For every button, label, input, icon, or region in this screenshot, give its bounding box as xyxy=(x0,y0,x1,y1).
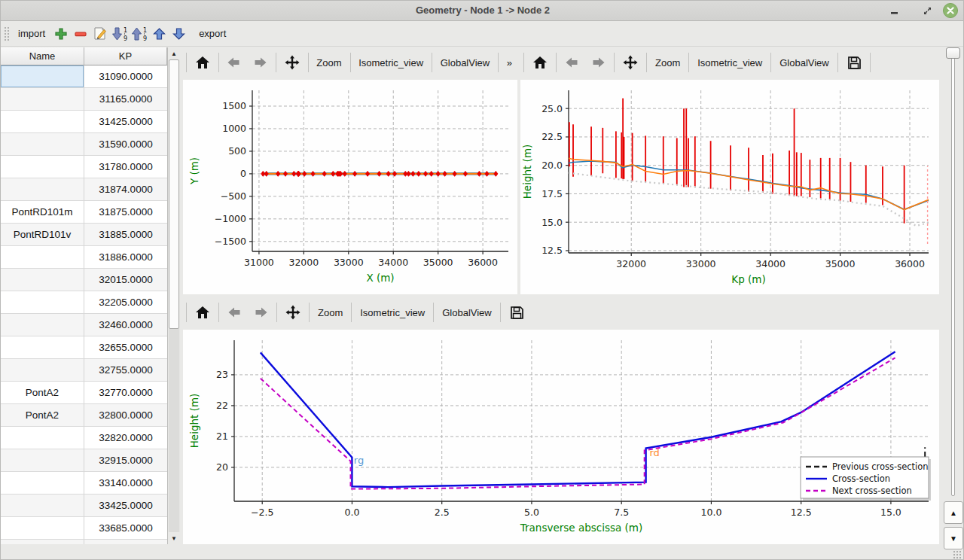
isometric-view-button[interactable]: Isometric_view xyxy=(352,51,430,74)
kp-cell[interactable]: 31875.0000 xyxy=(84,201,167,224)
pan-button[interactable] xyxy=(616,51,645,74)
table-row[interactable]: PontRD101v31885.0000 xyxy=(1,224,167,246)
home-button[interactable] xyxy=(526,51,554,74)
section-slider-thumb[interactable] xyxy=(946,47,960,59)
next-section-button[interactable]: ▼ xyxy=(944,527,963,549)
kp-cell[interactable]: 32820.0000 xyxy=(84,427,167,449)
import-button[interactable]: import xyxy=(12,25,51,42)
scrollbar-groove[interactable] xyxy=(169,329,179,532)
edit-button[interactable] xyxy=(90,24,110,44)
kp-cell[interactable]: 32800.0000 xyxy=(84,404,167,427)
kp-cell[interactable]: 33685.0000 xyxy=(84,517,167,540)
table-scrollbar[interactable]: ▲ ▼ xyxy=(167,47,180,544)
name-cell[interactable]: PontRD101v xyxy=(1,224,84,246)
name-cell[interactable] xyxy=(1,178,84,201)
name-cell[interactable] xyxy=(1,314,84,336)
sort-descending-button[interactable]: 1 9 xyxy=(110,24,130,44)
move-up-button[interactable] xyxy=(149,24,169,44)
kp-cell[interactable]: 31425.0000 xyxy=(84,111,167,133)
table-row[interactable]: 31090.0000 xyxy=(1,65,167,88)
table-row[interactable]: 32205.0000 xyxy=(1,291,167,314)
toolbar-overflow-button[interactable]: » xyxy=(500,51,519,74)
kp-cell[interactable]: 32755.0000 xyxy=(84,359,167,382)
global-view-button[interactable]: GlobalView xyxy=(435,301,499,324)
kp-cell[interactable]: 31590.0000 xyxy=(84,133,167,156)
kp-cell[interactable]: 32915.0000 xyxy=(84,449,167,472)
window-resize-grip[interactable] xyxy=(953,550,962,559)
save-figure-button[interactable] xyxy=(502,301,531,324)
section-slider-track[interactable] xyxy=(951,47,955,496)
name-cell[interactable] xyxy=(1,449,84,472)
kp-cell[interactable]: 31165.0000 xyxy=(84,88,167,111)
table-row[interactable]: 32655.0000 xyxy=(1,336,167,359)
pan-button[interactable] xyxy=(278,51,307,74)
table-row[interactable]: 31874.0000 xyxy=(1,178,167,201)
name-cell[interactable] xyxy=(1,495,84,517)
toolbar-grip-handle[interactable] xyxy=(3,26,9,42)
scroll-up-button[interactable]: ▲ xyxy=(168,47,180,59)
kp-cell[interactable]: 31780.0000 xyxy=(84,156,167,178)
table-row[interactable]: 33685.0000 xyxy=(1,517,167,540)
restore-button[interactable] xyxy=(920,4,935,18)
isometric-view-button[interactable]: Isometric_view xyxy=(353,301,432,324)
global-view-button[interactable]: GlobalView xyxy=(434,51,497,74)
table-row[interactable]: 31886.0000 xyxy=(1,246,167,269)
kp-cell[interactable]: 31886.0000 xyxy=(84,246,167,269)
kp-cell[interactable]: 31090.0000 xyxy=(84,65,167,88)
kp-cell[interactable]: 31874.0000 xyxy=(84,178,167,201)
sort-ascending-button[interactable]: 1 9 xyxy=(130,24,149,44)
name-cell[interactable]: PontA2 xyxy=(1,404,84,427)
table-row[interactable]: PontA232800.0000 xyxy=(1,404,167,427)
name-cell[interactable] xyxy=(1,359,84,382)
name-cell[interactable] xyxy=(1,111,84,133)
table-row[interactable]: PontRD101m31875.0000 xyxy=(1,201,167,224)
plan-view-figure[interactable]: 310003200033000340003500036000−1500−1000… xyxy=(183,80,517,294)
export-button[interactable]: export xyxy=(193,25,232,42)
global-view-button[interactable]: GlobalView xyxy=(773,51,836,74)
close-button[interactable] xyxy=(943,3,958,18)
longitudinal-profile-figure[interactable]: 320003300034000350003600012.515.017.520.… xyxy=(520,80,939,294)
kp-cell[interactable]: 32015.0000 xyxy=(84,269,167,291)
home-button[interactable] xyxy=(188,51,217,74)
name-cell[interactable] xyxy=(1,246,84,269)
table-row[interactable]: 32755.0000 xyxy=(1,359,167,382)
name-cell[interactable] xyxy=(1,291,84,314)
column-header-name[interactable]: Name xyxy=(1,47,84,65)
cross-section-figure[interactable]: −2.50.02.55.07.510.012.515.020212223rgrd… xyxy=(183,330,939,544)
name-cell[interactable] xyxy=(1,65,84,88)
name-cell[interactable] xyxy=(1,269,84,291)
previous-section-button[interactable]: ▲ xyxy=(944,501,963,524)
zoom-button[interactable]: Zoom xyxy=(310,51,348,74)
table-row[interactable]: 31780.0000 xyxy=(1,156,167,178)
titlebar[interactable]: Geometry - Node 1 -> Node 2 xyxy=(1,1,964,21)
name-cell[interactable] xyxy=(1,472,84,495)
name-cell[interactable] xyxy=(1,156,84,178)
back-button[interactable] xyxy=(558,51,585,74)
kp-cell[interactable]: 33425.0000 xyxy=(84,495,167,517)
kp-cell[interactable]: 32460.0000 xyxy=(84,314,167,336)
zoom-button[interactable]: Zoom xyxy=(311,301,349,324)
name-cell[interactable] xyxy=(1,88,84,111)
table-row[interactable]: 31590.0000 xyxy=(1,133,167,156)
name-cell[interactable] xyxy=(1,517,84,540)
isometric-view-button[interactable]: Isometric_view xyxy=(691,51,769,74)
table-row[interactable]: 33425.0000 xyxy=(1,495,167,517)
scroll-down-button[interactable]: ▼ xyxy=(168,532,180,544)
forward-button[interactable] xyxy=(247,51,274,74)
back-button[interactable] xyxy=(220,51,247,74)
table-row[interactable]: PontA232770.0000 xyxy=(1,382,167,404)
kp-cell[interactable]: 32770.0000 xyxy=(84,382,167,404)
scrollbar-thumb[interactable] xyxy=(169,59,179,329)
save-figure-button[interactable] xyxy=(840,51,868,74)
forward-button[interactable] xyxy=(585,51,612,74)
name-cell[interactable] xyxy=(1,336,84,359)
table-row[interactable]: 32820.0000 xyxy=(1,427,167,449)
back-button[interactable] xyxy=(221,301,248,324)
move-down-button[interactable] xyxy=(169,24,188,44)
zoom-button[interactable]: Zoom xyxy=(648,51,687,74)
kp-cell[interactable]: 32205.0000 xyxy=(84,291,167,314)
name-cell[interactable] xyxy=(1,427,84,449)
column-header-kp[interactable]: KP xyxy=(84,47,167,65)
table-row[interactable]: 32915.0000 xyxy=(1,449,167,472)
minimize-button[interactable] xyxy=(887,4,902,18)
